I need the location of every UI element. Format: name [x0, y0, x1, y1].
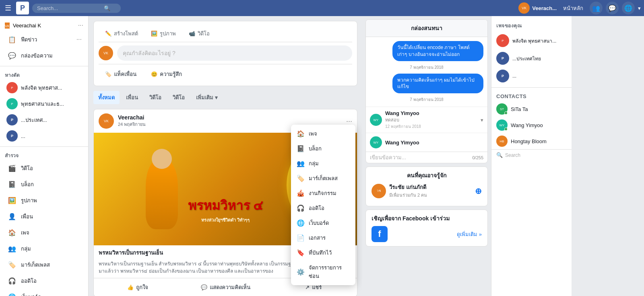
share-icon: ↗ — [305, 284, 310, 290]
dropdown-item-webboard[interactable]: 🌐 เว็บบอร์ด — [291, 216, 355, 230]
feeling-button[interactable]: 😊 ความรู้สึก — [144, 68, 188, 81]
sidebar-user-row[interactable]: VK Veerachai K ··· — [0, 19, 88, 31]
chat-bubble-sent1: วันนี้ได้เปลี่ยน encode ภาษา โพสต์เก่าๆ … — [392, 41, 483, 61]
photos-icon: 🖼️ — [6, 195, 18, 206]
sidebar-item-webboard[interactable]: 🌐 เว็บบอร์ด — [2, 289, 87, 296]
sidebar-pages-label: เพจ — [21, 228, 29, 237]
sidebar-item-video[interactable]: 🎬 วิดีโอ — [2, 160, 87, 176]
friends-icon[interactable]: 👥 — [590, 2, 603, 14]
chat-chevron-icon[interactable]: ▾ — [481, 117, 483, 123]
dropdown-item-group[interactable]: 👥 กลุ่ม — [291, 156, 355, 171]
chat-input[interactable] — [370, 154, 469, 160]
chat-person-row1[interactable]: WY Wang Yimyoo ทดสอบ 12 พฤศจิกายน 2018 ▾ — [366, 107, 487, 133]
contacts-section-title: CONTACTS — [491, 90, 572, 101]
contacts-search-input[interactable] — [505, 152, 567, 158]
dropdown-item-blog[interactable]: 📓 บล็อก — [291, 141, 355, 156]
nav-right: VK Veerach... หน้าหลัก 👥 💬 🌐 ▾ — [518, 2, 641, 14]
chat-person1-msg: ทดสอบ — [385, 116, 477, 123]
tag-friend-button[interactable]: 🏷️ แท็คเพื่อน — [99, 68, 143, 81]
sidebar-item-photos[interactable]: 🖼️ รูปภาพ — [2, 192, 87, 208]
far-right-sidebar: เพจของคุณ P พลังจิต พุทธศาสนา... P ...ปร… — [491, 16, 572, 296]
sidebar-item-pages[interactable]: 🏠 เพจ — [2, 224, 87, 240]
fr-page1-avatar: P — [496, 34, 509, 47]
nav-chevron[interactable]: ▾ — [638, 5, 641, 11]
dropdown-item-manage[interactable]: ⚙️ จัดการรายการซ่อน — [291, 260, 355, 284]
dropdown-marketplace-icon: 🏷️ — [297, 175, 305, 182]
search-input[interactable] — [37, 5, 101, 11]
fr-page3[interactable]: P ... — [491, 67, 572, 85]
fr-contact3[interactable]: HB Hongtay Bloom — [491, 133, 572, 149]
center-feed: ✏️ สร้างโพสต์ 🖼️ รูปภาพ 📹 วิดีโอ VK คุณก… — [89, 16, 362, 296]
post-input-row: VK คุณกำลังคิดอะไรอยู่ ? — [99, 45, 352, 61]
tab-video[interactable]: 📹 วิดีโอ — [182, 26, 216, 42]
fb-join-box: เชิญเพื่อจาก Facebook เข้าร่วม f ดูเพิ่ม… — [365, 210, 488, 247]
comment-button[interactable]: 💬 แสดงความคิดเห็น — [183, 280, 268, 295]
tab-create-post[interactable]: ✏️ สร้างโพสต์ — [99, 26, 144, 42]
sidebar-item-messages[interactable]: 💬 กล่องข้อความ — [2, 47, 87, 64]
fr-page1[interactable]: P พลังจิต พุทธศาสนา... — [491, 32, 572, 49]
fr-contact1-name: SiTa Ta — [511, 106, 528, 112]
hamburger-icon[interactable]: ☰ — [3, 2, 13, 14]
chat-timestamp2: 7 พฤศจิกายน 2018 — [370, 97, 483, 103]
logo: P — [16, 2, 29, 14]
chat-person2-info: Wang Yimyoo — [385, 140, 483, 146]
tab-all[interactable]: ทั้งหมด — [93, 91, 120, 104]
messages-icon[interactable]: 💬 — [606, 2, 619, 14]
sidebar-item-marketplace[interactable]: 🏷️ มาร์เก็ตเพลส — [2, 257, 87, 273]
sidebar-messages-label: กล่องข้อความ — [21, 51, 53, 60]
post-options-button[interactable]: ··· — [346, 117, 352, 125]
chat-person-row2[interactable]: WY Wang Yimyoo — [366, 133, 487, 152]
audio-icon: 🎧 — [6, 275, 18, 286]
user-info[interactable]: VK Veerach... — [518, 2, 557, 14]
dropdown-saved-icon: 🔖 — [297, 249, 305, 257]
sidebar-item-audio[interactable]: 🎧 ออดิโอ — [2, 273, 87, 289]
chat-person1-avatar: WY — [370, 114, 382, 126]
groups-icon: 👥 — [6, 243, 18, 254]
page1-avatar: P — [6, 82, 18, 93]
chat-person1-name: Wang Yimyoo — [385, 110, 477, 116]
chat-person1-info: Wang Yimyoo ทดสอบ 12 พฤศจิกายน 2018 — [385, 110, 477, 130]
left-sidebar: VK Veerachai K ··· 📋 ฟีดข่าว ··· 💬 กล่อง… — [0, 16, 89, 296]
tab-photo[interactable]: 🖼️ รูปภาพ — [144, 26, 182, 42]
tab-video2[interactable]: วิดีโอ — [168, 91, 190, 104]
sidebar-item-friends[interactable]: 👤 เพื่อน — [2, 208, 87, 224]
dropdown-item-page[interactable]: 🏠 เพจ — [291, 126, 355, 141]
fr-contact2[interactable]: WY Wang Yimyoo — [491, 117, 572, 133]
add-friend-button[interactable]: ⊕ — [475, 186, 482, 196]
dropdown-item-marketplace[interactable]: 🏷️ มาร์เก็ตเพลส — [291, 171, 355, 186]
chat-header: กล่องสนทนา — [366, 20, 487, 37]
sidebar-item-page3[interactable]: P ...ประเทศ... — [2, 112, 87, 128]
dropdown-item-events[interactable]: 🎪 งานกิจกรรม — [291, 186, 355, 201]
tab-friends[interactable]: เพื่อน — [121, 91, 143, 104]
sidebar-item-groups[interactable]: 👥 กลุ่ม — [2, 240, 87, 257]
tab-more[interactable]: เพิ่มเติม ▾ — [191, 91, 223, 104]
sidebar-item-page4[interactable]: P ... — [2, 128, 87, 144]
chat-timestamp1: 7 พฤศจิกายน 2018 — [370, 64, 483, 70]
tab-video1[interactable]: วิดีโอ — [144, 91, 166, 104]
sidebar-item-page1[interactable]: P พลังจิต พุทธศาส... — [2, 80, 87, 96]
people-name: วีระชัย แก่นภักดี — [389, 183, 472, 191]
dropdown-item-docs[interactable]: 📄 เอกสาร — [291, 230, 355, 245]
sidebar-item-feed[interactable]: 📋 ฟีดข่าว ··· — [2, 31, 87, 47]
post-input[interactable]: คุณกำลังคิดอะไรอยู่ ? — [117, 45, 352, 61]
contacts-search-box[interactable]: 🔍 — [491, 149, 572, 160]
post-box: ✏️ สร้างโพสต์ 🖼️ รูปภาพ 📹 วิดีโอ VK คุณก… — [93, 21, 357, 86]
home-link[interactable]: หน้าหลัก — [560, 2, 586, 14]
sidebar-user-avatar: VK — [5, 23, 10, 29]
fr-contact1[interactable]: ST SiTa Ta — [491, 101, 572, 117]
pages-section-title: เพจของคุณ — [491, 19, 572, 32]
search-bar[interactable]: 🔍 — [32, 4, 121, 13]
chat-bubble-sent2: พวกความคิดเห็นเก่าๆ ผมไม่ได้เข้าไปแก้ไข — [392, 74, 483, 94]
messages-sidebar-icon: 💬 — [6, 50, 18, 61]
dropdown-item-audio[interactable]: 🎧 ออดิโอ — [291, 201, 355, 216]
sidebar-item-blog[interactable]: 📓 บล็อก — [2, 176, 87, 192]
sidebar-user-dots[interactable]: ··· — [78, 22, 83, 29]
dropdown-docs-icon: 📄 — [297, 234, 305, 242]
dropdown-item-saved[interactable]: 🔖 ที่บันทึกไว้ — [291, 245, 355, 260]
globe-icon[interactable]: 🌐 — [622, 2, 635, 14]
feed-dots[interactable]: ··· — [76, 36, 82, 43]
see-more-link[interactable]: ดูเพิ่มเติม » — [392, 230, 482, 238]
fr-page2[interactable]: P ...ประเทศไทย — [491, 49, 572, 67]
like-button[interactable]: 👍 ถูกใจ — [95, 280, 180, 295]
sidebar-item-page2[interactable]: P พุทธศาสนาและธ... — [2, 96, 87, 112]
